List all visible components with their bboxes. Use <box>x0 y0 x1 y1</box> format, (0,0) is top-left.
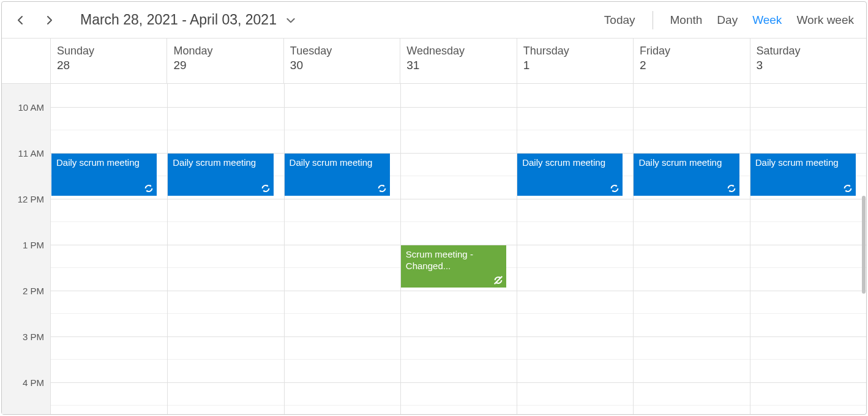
recurring-exception-icon <box>493 275 504 286</box>
time-label: 3 PM <box>23 331 44 341</box>
day-number: 2 <box>640 59 743 72</box>
time-label: 12 PM <box>18 193 44 204</box>
event-title: Daily scrum meeting <box>56 157 152 169</box>
recurring-icon <box>376 183 387 194</box>
calendar-container: March 28, 2021 - April 03, 2021 Today Mo… <box>1 1 867 415</box>
calendar-event[interactable]: Daily scrum meeting <box>51 154 157 196</box>
calendar-event[interactable]: Scrum meeting - Changed... <box>401 245 506 288</box>
recurring-icon <box>376 183 387 194</box>
day-header-wednesday[interactable]: Wednesday 31 <box>400 39 517 83</box>
calendar-event[interactable]: Daily scrum meeting <box>285 154 390 196</box>
day-name: Saturday <box>757 45 860 58</box>
scrollbar-thumb[interactable] <box>862 196 866 294</box>
recurring-icon <box>842 183 853 194</box>
day-header-friday[interactable]: Friday 2 <box>634 39 750 83</box>
prev-button[interactable] <box>14 14 26 26</box>
recurring-icon <box>726 183 737 194</box>
date-range-label: March 28, 2021 - April 03, 2021 <box>80 12 277 28</box>
calendar-event[interactable]: Daily scrum meeting <box>634 154 739 196</box>
today-button[interactable]: Today <box>604 13 635 27</box>
hour-line <box>51 291 866 291</box>
recurring-icon <box>260 183 271 194</box>
next-button[interactable] <box>43 14 56 26</box>
calendar-event[interactable]: Daily scrum meeting <box>168 154 273 196</box>
calendar-event[interactable]: Daily scrum meeting <box>750 154 856 196</box>
time-label: 1 PM <box>23 239 44 250</box>
recurring-icon <box>609 183 620 194</box>
recurring-icon <box>726 183 737 194</box>
divider <box>653 11 653 29</box>
event-title: Daily scrum meeting <box>755 157 851 169</box>
day-name: Thursday <box>523 45 627 58</box>
hour-line <box>51 199 866 199</box>
half-hour-line <box>51 359 866 360</box>
day-number: 3 <box>757 59 860 72</box>
time-label: 10 AM <box>18 102 44 112</box>
recurring-icon <box>143 183 154 194</box>
day-column-line <box>633 84 634 414</box>
event-title: Daily scrum meeting <box>173 157 268 169</box>
day-column-line <box>167 84 168 414</box>
day-header-monday[interactable]: Monday 29 <box>167 39 283 83</box>
day-header-tuesday[interactable]: Tuesday 30 <box>284 39 400 83</box>
chevron-down-icon <box>285 15 296 26</box>
hour-line <box>51 382 866 383</box>
day-number: 30 <box>290 59 394 72</box>
view-month[interactable]: Month <box>670 13 703 27</box>
recurring-icon <box>143 183 154 194</box>
day-name: Friday <box>640 45 743 58</box>
view-work-week[interactable]: Work week <box>796 13 854 27</box>
day-name: Monday <box>173 45 277 58</box>
event-title: Daily scrum meeting <box>290 157 385 169</box>
half-hour-line <box>51 221 866 222</box>
day-column-line <box>750 84 750 414</box>
day-name: Tuesday <box>290 45 394 58</box>
day-number: 29 <box>173 59 277 72</box>
day-header-saturday[interactable]: Saturday 3 <box>750 39 866 83</box>
nav-arrows <box>14 14 56 26</box>
toolbar: March 28, 2021 - April 03, 2021 Today Mo… <box>2 2 866 39</box>
time-gutter-header <box>2 39 51 83</box>
chevron-left-icon <box>15 15 25 25</box>
day-header-sunday[interactable]: Sunday 28 <box>51 39 167 83</box>
day-number: 28 <box>57 59 160 72</box>
half-hour-line <box>51 313 866 314</box>
time-label: 4 PM <box>23 377 44 387</box>
view-controls: Today Month Day Week Work week <box>604 11 854 29</box>
day-header-thursday[interactable]: Thursday 1 <box>517 39 634 83</box>
hour-line <box>51 107 866 108</box>
view-week[interactable]: Week <box>752 13 782 27</box>
chevron-right-icon <box>45 15 54 25</box>
day-column-line <box>284 84 285 414</box>
time-label: 11 AM <box>18 147 44 158</box>
day-name: Sunday <box>57 45 160 58</box>
event-title: Daily scrum meeting <box>522 157 618 169</box>
recurring-icon <box>842 183 853 194</box>
half-hour-line <box>51 405 866 406</box>
day-name: Wednesday <box>406 45 510 58</box>
view-day[interactable]: Day <box>717 13 738 27</box>
event-title: Scrum meeting - Changed... <box>406 248 501 272</box>
recurring-icon <box>609 183 620 194</box>
recurring-exception-icon <box>493 275 504 286</box>
event-title: Daily scrum meeting <box>638 157 734 169</box>
time-label: 2 PM <box>23 285 44 295</box>
hour-line <box>51 336 866 337</box>
calendar-event[interactable]: Daily scrum meeting <box>517 154 623 196</box>
calendar-grid[interactable]: 10 AM11 AM12 PM1 PM2 PM3 PM4 PM Daily sc… <box>2 84 866 414</box>
half-hour-line <box>51 130 866 130</box>
recurring-icon <box>260 183 271 194</box>
date-range-picker[interactable]: March 28, 2021 - April 03, 2021 <box>80 12 296 28</box>
week-header: Sunday 28 Monday 29 Tuesday 30 Wednesday… <box>2 39 866 84</box>
day-number: 1 <box>523 59 627 72</box>
day-number: 31 <box>406 59 510 72</box>
day-column-line <box>517 84 517 414</box>
time-gutter: 10 AM11 AM12 PM1 PM2 PM3 PM4 PM <box>2 84 51 414</box>
